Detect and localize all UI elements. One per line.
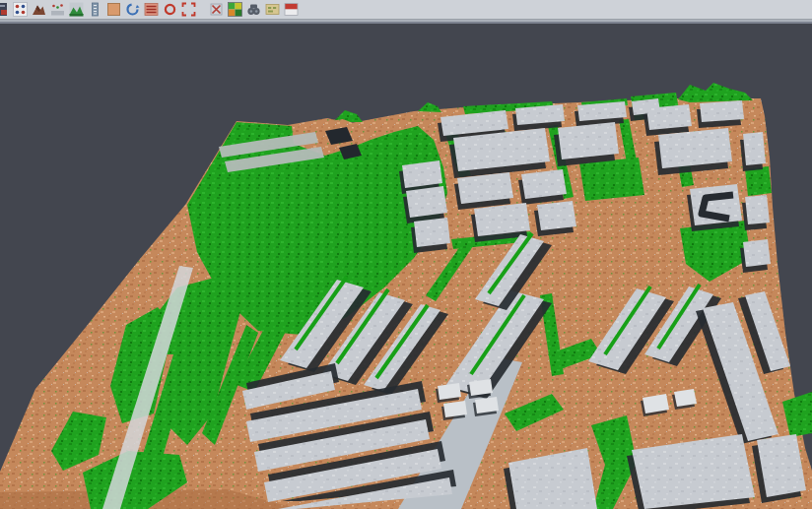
flag-icon xyxy=(284,2,299,17)
shed-roof xyxy=(674,389,697,407)
terrain-shade-icon[interactable] xyxy=(68,2,84,18)
zoom-target-icon xyxy=(163,2,177,17)
deselect-icon xyxy=(209,2,224,17)
building-roof xyxy=(414,218,450,247)
building-roof xyxy=(406,186,447,218)
viewport-3d[interactable] xyxy=(0,20,812,509)
terrain-shade-icon xyxy=(69,2,84,17)
building-roof xyxy=(646,104,692,130)
vegetation-patch xyxy=(745,166,772,196)
building-roof xyxy=(743,239,771,267)
points-display-icon xyxy=(13,2,28,17)
orbit-3d-icon[interactable] xyxy=(124,2,140,18)
zoom-extents-icon xyxy=(181,2,196,17)
ortho-image-icon[interactable] xyxy=(105,2,121,18)
profile-view-icon xyxy=(50,2,65,17)
shed-roof xyxy=(469,379,493,396)
vegetation-patch xyxy=(579,158,644,201)
ortho-image-icon xyxy=(106,2,121,17)
shed-roof xyxy=(475,397,499,414)
building-roof xyxy=(537,201,576,230)
z-scale-icon xyxy=(88,2,102,17)
building-roof xyxy=(558,122,619,159)
zoom-extents-icon[interactable] xyxy=(180,2,196,18)
viewport-bezel xyxy=(0,20,812,22)
building-roof xyxy=(521,169,567,199)
zoom-target-icon[interactable] xyxy=(162,2,177,18)
point-cloud-scene xyxy=(0,20,812,509)
building-roof xyxy=(745,195,770,224)
tin-surface-icon xyxy=(32,2,46,17)
classification-colors-icon xyxy=(228,2,242,17)
application-window xyxy=(0,0,812,509)
building-roof xyxy=(743,132,766,165)
toolbar-buttons xyxy=(0,0,299,20)
measure-icon[interactable] xyxy=(264,2,280,18)
flag-icon[interactable] xyxy=(283,2,299,18)
orbit-3d-icon xyxy=(125,2,140,17)
cross-section-icon[interactable] xyxy=(143,2,159,18)
building-roof xyxy=(474,203,530,236)
building-roof xyxy=(402,160,442,188)
points-display-icon[interactable] xyxy=(12,2,28,18)
z-scale-icon[interactable] xyxy=(87,2,102,18)
shed-roof xyxy=(443,401,467,417)
binoculars-icon xyxy=(246,2,261,17)
deselect-icon[interactable] xyxy=(208,2,224,18)
building-roof xyxy=(700,100,744,122)
open-file-icon xyxy=(0,2,9,17)
cross-section-icon xyxy=(144,2,159,17)
tin-surface-icon[interactable] xyxy=(31,2,46,18)
profile-view-icon[interactable] xyxy=(49,2,65,18)
open-file-icon[interactable] xyxy=(0,2,9,18)
measure-icon xyxy=(265,2,280,17)
binoculars-icon[interactable] xyxy=(245,2,261,18)
viewport-bezel-inner xyxy=(0,22,812,24)
shed-roof xyxy=(438,383,461,400)
classification-colors-icon[interactable] xyxy=(227,2,242,18)
main-toolbar xyxy=(0,0,812,20)
building-roof xyxy=(658,128,732,168)
